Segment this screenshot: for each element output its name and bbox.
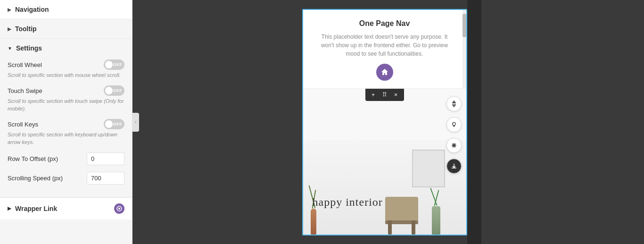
- vase-left: [311, 209, 316, 235]
- widget-title: One Page Nav: [314, 19, 455, 28]
- navigation-section[interactable]: ▶ Navigation: [0, 0, 132, 19]
- wrapper-link-label: Wrapper Link: [15, 205, 57, 212]
- content-section: + ⠿ ×: [303, 89, 466, 235]
- touch-swipe-desc: Scroll to specific section with touch sw…: [8, 98, 124, 112]
- right-nav-icons: [446, 96, 462, 174]
- touch-swipe-off-label: OFF: [113, 88, 122, 93]
- close-element-button[interactable]: ×: [392, 91, 400, 99]
- main-content: One Page Nav This placeholder text doesn…: [139, 0, 644, 244]
- row-to-offset-input[interactable]: [87, 152, 124, 165]
- touch-swipe-label: Touch Swipe: [8, 87, 42, 94]
- home-icon: [376, 64, 393, 81]
- vase-right: [432, 206, 440, 235]
- scrolling-speed-input[interactable]: [87, 172, 124, 185]
- scroll-wheel-desc: Scroll to specific section with mouse wh…: [8, 72, 124, 79]
- diamond-nav-icon[interactable]: [446, 96, 462, 111]
- scrolling-speed-row: Scrolling Speed (px): [8, 172, 124, 185]
- asterisk-nav-icon[interactable]: [446, 138, 462, 153]
- settings-arrow-icon: ▼: [8, 46, 12, 51]
- preview-scrollbar-thumb: [462, 14, 466, 37]
- scroll-keys-setting: Scroll Keys OFF Scroll to specific secti…: [8, 119, 124, 146]
- navigation-label: Navigation: [15, 6, 49, 13]
- wrapper-link-left: ▶ Wrapper Link: [8, 205, 57, 212]
- touch-swipe-toggle[interactable]: OFF: [104, 85, 124, 96]
- move-element-button[interactable]: ⠿: [380, 91, 389, 99]
- frame-decoration: [412, 150, 445, 187]
- scroll-keys-label: Scroll Keys: [8, 121, 38, 128]
- right-panel: [467, 0, 481, 244]
- scroll-wheel-setting: Scroll Wheel OFF Scroll to specific sect…: [8, 59, 124, 79]
- scroll-keys-toggle[interactable]: OFF: [104, 119, 124, 129]
- interior-text: happy interior: [313, 196, 383, 209]
- plant-right: [429, 183, 443, 206]
- sidebar-collapse-handle[interactable]: ‹: [132, 113, 139, 132]
- scroll-keys-off-label: OFF: [113, 122, 122, 126]
- settings-header[interactable]: ▼ Settings: [8, 44, 124, 52]
- tooltip-arrow-icon: ▶: [8, 26, 11, 32]
- scrolling-speed-label: Scrolling Speed (px): [8, 175, 63, 182]
- tooltip-label: Tooltip: [15, 25, 37, 33]
- floating-toolbar: + ⠿ ×: [365, 89, 404, 101]
- wrapper-link-brand-icon: [114, 203, 124, 214]
- interior-content: happy interior: [303, 140, 466, 235]
- add-element-button[interactable]: +: [369, 91, 378, 99]
- chair: [380, 187, 423, 235]
- navigation-arrow-icon: ▶: [8, 7, 11, 12]
- settings-section: ▼ Settings Scroll Wheel OFF Scroll to sp…: [0, 39, 132, 197]
- scroll-wheel-off-label: OFF: [113, 62, 122, 67]
- svg-point-1: [118, 208, 120, 210]
- one-page-nav-widget: One Page Nav This placeholder text doesn…: [303, 10, 466, 89]
- bulb-nav-icon[interactable]: [446, 117, 462, 132]
- download-nav-icon[interactable]: [446, 159, 462, 174]
- wrapper-link-section[interactable]: ▶ Wrapper Link: [0, 197, 132, 219]
- sidebar: ▶ Navigation ▶ Tooltip ▼ Settings Scroll…: [0, 0, 132, 244]
- svg-point-3: [452, 122, 455, 125]
- scroll-keys-desc: Scroll to specific section with keyboard…: [8, 131, 124, 146]
- scroll-wheel-label: Scroll Wheel: [8, 61, 42, 68]
- settings-label: Settings: [16, 44, 42, 52]
- row-to-offset-row: Row To Offset (px): [8, 152, 124, 165]
- tooltip-section[interactable]: ▶ Tooltip: [0, 19, 132, 39]
- row-to-offset-label: Row To Offset (px): [8, 155, 58, 162]
- wrapper-link-arrow-icon: ▶: [8, 206, 11, 211]
- widget-description: This placeholder text doesn't serve any …: [314, 33, 455, 58]
- preview-panel: One Page Nav This placeholder text doesn…: [302, 9, 467, 236]
- touch-swipe-setting: Touch Swipe OFF Scroll to specific secti…: [8, 85, 124, 112]
- scroll-wheel-toggle[interactable]: OFF: [104, 59, 124, 70]
